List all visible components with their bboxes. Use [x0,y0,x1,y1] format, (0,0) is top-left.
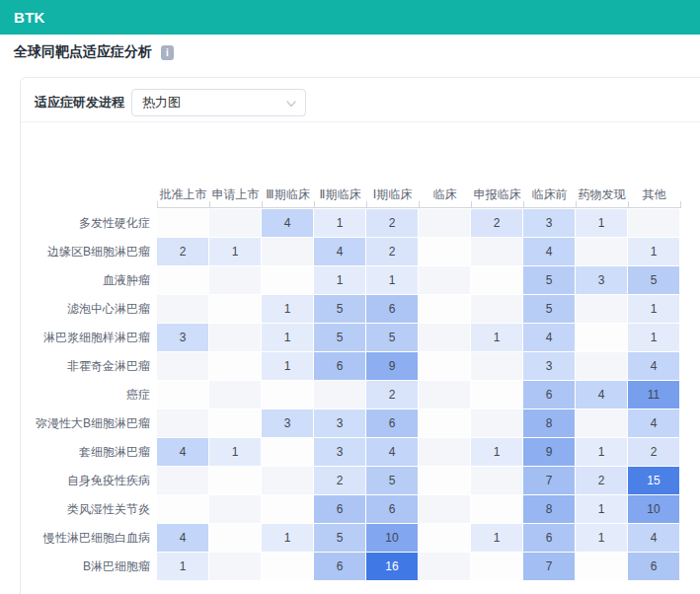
heatmap-cell[interactable] [209,295,262,324]
heatmap-cell[interactable]: 1 [209,438,262,467]
heatmap-cell[interactable] [209,352,262,381]
heatmap-cell[interactable]: 6 [523,381,576,409]
heatmap-cell[interactable] [209,495,262,524]
heatmap-cell[interactable]: 4 [366,438,419,467]
heatmap-cell[interactable]: 4 [523,238,576,266]
heatmap-cell[interactable] [471,553,523,581]
heatmap-cell[interactable]: 6 [314,553,366,581]
heatmap-cell[interactable] [576,295,628,324]
heatmap-cell[interactable] [419,409,471,438]
heatmap-cell[interactable] [419,352,471,381]
heatmap-cell[interactable]: 1 [576,209,628,238]
heatmap-cell[interactable] [262,238,314,266]
heatmap-cell[interactable]: 8 [523,409,576,438]
heatmap-cell[interactable] [262,438,314,467]
heatmap-cell[interactable] [157,295,209,324]
heatmap-cell[interactable]: 1 [628,324,680,352]
heatmap-cell[interactable]: 2 [366,209,419,238]
heatmap-cell[interactable]: 2 [314,467,366,495]
heatmap-cell[interactable]: 4 [628,352,680,381]
heatmap-cell[interactable]: 1 [366,266,419,295]
heatmap-cell[interactable]: 5 [366,467,419,495]
heatmap-cell[interactable]: 1 [471,324,523,352]
heatmap-cell[interactable]: 6 [628,553,680,581]
heatmap-cell[interactable]: 4 [314,238,366,266]
heatmap-cell[interactable] [209,467,262,495]
heatmap-cell[interactable] [471,409,523,438]
heatmap-cell[interactable]: 7 [523,553,576,581]
heatmap-cell[interactable]: 1 [314,209,366,238]
heatmap-cell[interactable] [419,495,471,524]
heatmap-cell[interactable]: 1 [262,324,314,352]
heatmap-cell[interactable]: 5 [314,324,366,352]
heatmap-cell[interactable] [157,495,209,524]
heatmap-cell[interactable] [419,209,471,238]
heatmap-cell[interactable] [262,266,314,295]
heatmap-cell[interactable]: 2 [157,238,209,266]
heatmap-cell[interactable]: 2 [628,438,680,467]
heatmap-cell[interactable]: 4 [523,324,576,352]
heatmap-cell[interactable]: 4 [262,209,314,238]
heatmap-cell[interactable] [157,352,209,381]
heatmap-cell[interactable]: 1 [262,524,314,553]
heatmap-cell[interactable]: 6 [366,409,419,438]
heatmap-cell[interactable] [419,381,471,409]
heatmap-cell[interactable]: 2 [471,209,523,238]
heatmap-cell[interactable]: 3 [157,324,209,352]
heatmap-cell[interactable]: 4 [628,524,680,553]
heatmap-cell[interactable]: 2 [576,467,628,495]
heatmap-cell[interactable] [419,266,471,295]
heatmap-cell[interactable]: 5 [523,295,576,324]
progress-type-select[interactable]: 热力图 [131,89,306,116]
heatmap-cell[interactable]: 1 [157,553,209,581]
heatmap-cell[interactable] [209,209,262,238]
heatmap-cell[interactable]: 1 [576,524,628,553]
heatmap-cell[interactable]: 6 [366,295,419,324]
heatmap-cell[interactable] [209,409,262,438]
heatmap-cell[interactable] [262,381,314,409]
heatmap-cell[interactable] [419,467,471,495]
heatmap-cell[interactable]: 1 [628,238,680,266]
heatmap-cell[interactable] [209,381,262,409]
heatmap-cell[interactable] [419,553,471,581]
heatmap-cell[interactable]: 8 [523,495,576,524]
heatmap-cell[interactable]: 1 [576,438,628,467]
heatmap-cell[interactable] [157,266,209,295]
heatmap-cell[interactable]: 1 [209,238,262,266]
heatmap-cell[interactable]: 1 [262,352,314,381]
heatmap-cell[interactable]: 1 [576,495,628,524]
heatmap-cell[interactable] [471,467,523,495]
heatmap-cell[interactable]: 5 [628,266,680,295]
heatmap-cell[interactable]: 3 [314,438,366,467]
heatmap-cell[interactable]: 5 [314,524,366,553]
heatmap-cell[interactable] [209,553,262,581]
heatmap-cell[interactable] [262,467,314,495]
heatmap-cell[interactable] [576,352,628,381]
heatmap-cell[interactable]: 1 [471,438,523,467]
heatmap-cell[interactable] [419,324,471,352]
heatmap-cell[interactable]: 6 [366,495,419,524]
heatmap-cell[interactable]: 3 [523,209,576,238]
heatmap-cell[interactable] [471,266,523,295]
heatmap-cell[interactable]: 2 [366,238,419,266]
heatmap-cell[interactable] [471,295,523,324]
heatmap-cell[interactable]: 1 [628,295,680,324]
heatmap-cell[interactable]: 9 [523,438,576,467]
heatmap-cell[interactable]: 3 [314,409,366,438]
heatmap-cell[interactable] [576,238,628,266]
heatmap-cell[interactable] [209,324,262,352]
heatmap-cell[interactable] [262,495,314,524]
heatmap-cell[interactable] [471,238,523,266]
heatmap-cell[interactable]: 6 [314,495,366,524]
heatmap-cell[interactable] [157,409,209,438]
heatmap-cell[interactable]: 1 [314,266,366,295]
heatmap-cell[interactable]: 3 [576,266,628,295]
heatmap-cell[interactable] [419,438,471,467]
heatmap-cell[interactable]: 4 [157,524,209,553]
heatmap-cell[interactable] [576,553,628,581]
heatmap-cell[interactable]: 5 [523,266,576,295]
heatmap-cell[interactable] [262,553,314,581]
heatmap-cell[interactable] [576,324,628,352]
heatmap-cell[interactable]: 10 [628,495,680,524]
heatmap-cell[interactable]: 1 [262,295,314,324]
